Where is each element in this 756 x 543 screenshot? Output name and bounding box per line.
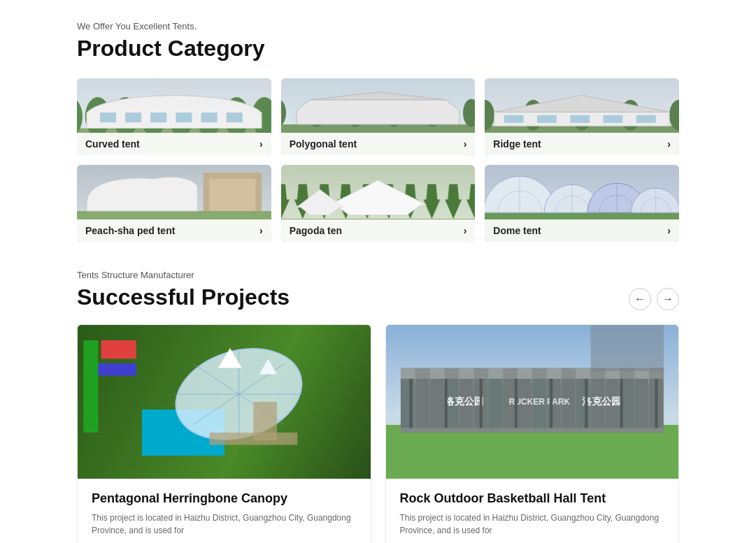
project-2-desc: This project is located in Haizhu Distri… bbox=[400, 512, 665, 537]
prev-button[interactable]: ← bbox=[629, 288, 651, 310]
category-card-ridge[interactable]: Ridge tent › bbox=[485, 78, 679, 155]
project-2-body: Rock Outdoor Basketball Hall Tent This p… bbox=[386, 479, 679, 543]
projects-header-text: Tents Structure Manufacturer Successful … bbox=[77, 270, 290, 310]
curved-tent-text: Curved tent bbox=[85, 138, 140, 150]
project-1-image bbox=[78, 325, 371, 479]
page-wrapper: We Offer You Excellent Tents. Product Ca… bbox=[0, 0, 756, 543]
category-eyebrow: We Offer You Excellent Tents. bbox=[77, 21, 679, 31]
projects-header: Tents Structure Manufacturer Successful … bbox=[77, 270, 679, 310]
curved-tent-label: Curved tent › bbox=[77, 133, 271, 155]
project-card-1: Pentagonal Herringbone Canopy This proje… bbox=[77, 324, 371, 543]
peach-tent-arrow: › bbox=[259, 225, 263, 236]
polygonal-tent-label: Polygonal tent › bbox=[281, 133, 476, 155]
peach-tent-label: Peach-sha ped tent › bbox=[77, 219, 271, 242]
polygonal-tent-arrow: › bbox=[464, 138, 467, 150]
peach-tent-text: Peach-sha ped tent bbox=[85, 225, 175, 236]
next-button[interactable]: → bbox=[657, 288, 679, 310]
category-card-polygonal[interactable]: Polygonal tent › bbox=[281, 78, 476, 155]
polygonal-tent-text: Polygonal tent bbox=[290, 138, 357, 150]
dome-tent-arrow: › bbox=[667, 225, 671, 236]
project-1-desc: This project is located in Haizhu Distri… bbox=[92, 512, 357, 537]
ridge-tent-label: Ridge tent › bbox=[485, 133, 679, 155]
project-2-image bbox=[386, 325, 679, 479]
category-section: We Offer You Excellent Tents. Product Ca… bbox=[77, 21, 679, 242]
ridge-tent-arrow: › bbox=[667, 138, 671, 150]
dome-tent-label: Dome tent › bbox=[485, 219, 679, 242]
dome-tent-text: Dome tent bbox=[493, 225, 541, 236]
pagoda-tent-arrow: › bbox=[464, 225, 467, 236]
projects-navigation: ← → bbox=[629, 288, 679, 310]
project-1-title: Pentagonal Herringbone Canopy bbox=[92, 491, 357, 506]
curved-tent-arrow: › bbox=[259, 138, 263, 150]
category-card-peach[interactable]: Peach-sha ped tent › bbox=[77, 165, 271, 242]
projects-section: Tents Structure Manufacturer Successful … bbox=[77, 270, 679, 543]
category-card-curved[interactable]: Curved tent › bbox=[77, 78, 271, 155]
ridge-tent-text: Ridge tent bbox=[493, 138, 541, 150]
category-grid: Curved tent › Polygonal tent › Ridge ten… bbox=[77, 78, 679, 242]
projects-eyebrow: Tents Structure Manufacturer bbox=[77, 270, 290, 280]
category-title: Product Category bbox=[77, 36, 679, 61]
project-card-2: Rock Outdoor Basketball Hall Tent This p… bbox=[385, 324, 680, 543]
project-1-body: Pentagonal Herringbone Canopy This proje… bbox=[78, 479, 371, 543]
project-2-title: Rock Outdoor Basketball Hall Tent bbox=[400, 491, 665, 506]
category-card-dome[interactable]: Dome tent › bbox=[485, 165, 679, 242]
category-card-pagoda[interactable]: Pagoda ten › bbox=[281, 165, 476, 242]
pagoda-tent-label: Pagoda ten › bbox=[281, 219, 476, 242]
pagoda-tent-text: Pagoda ten bbox=[290, 225, 342, 236]
projects-grid: Pentagonal Herringbone Canopy This proje… bbox=[77, 324, 679, 543]
projects-title: Successful Projects bbox=[77, 284, 290, 310]
